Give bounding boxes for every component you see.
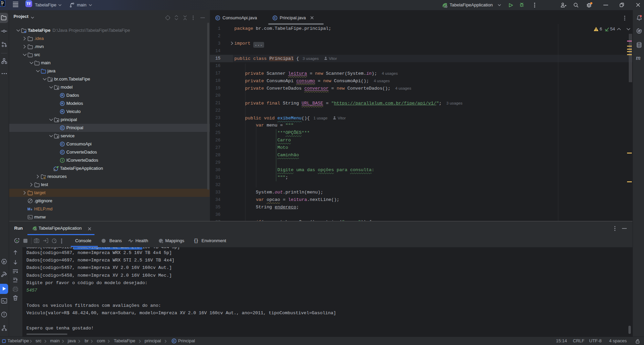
svg-text:M: M — [27, 207, 30, 211]
